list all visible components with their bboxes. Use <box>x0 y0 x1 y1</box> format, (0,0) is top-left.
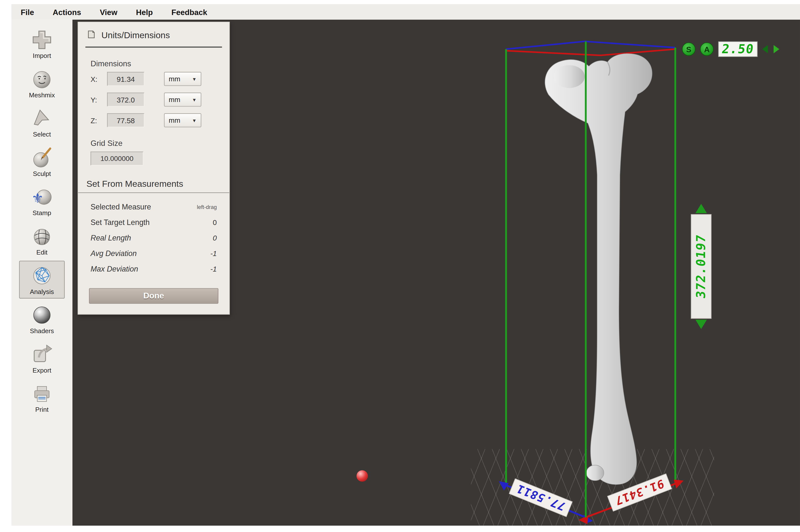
red-arrowhead <box>674 479 684 488</box>
max-deviation-label: Max Deviation <box>91 265 138 273</box>
measure-row-target-length: Set Target Length 0 <box>78 215 229 230</box>
measurements-divider <box>78 192 229 193</box>
sidebar-item-label: Edit <box>36 249 47 256</box>
measure-row-selected: Selected Measure left-drag <box>78 199 229 215</box>
analysis-mesh-icon <box>31 264 53 287</box>
import-plus-icon <box>31 28 53 51</box>
sidebar-item-shaders[interactable]: Shaders <box>19 300 65 338</box>
measure-row-real-length: Real Length 0 <box>78 230 229 246</box>
sidebar-item-edit[interactable]: Edit <box>19 222 65 259</box>
grid-size-label: Grid Size <box>91 139 229 148</box>
meshmix-sphere-icon <box>31 68 53 91</box>
select-arrow-icon <box>31 107 53 130</box>
menu-file[interactable]: File <box>21 7 34 16</box>
print-printer-icon <box>31 382 53 405</box>
panel-title: Units/Dimensions <box>101 30 170 41</box>
shaders-sphere-icon <box>31 304 53 326</box>
set-target-length-label: Set Target Length <box>91 218 150 227</box>
auto-badge-label: A <box>704 45 710 54</box>
dimension-row-z: Z: 77.58 mm ▼ <box>91 113 229 127</box>
svg-text:⚜: ⚜ <box>32 191 44 206</box>
set-target-length-value[interactable]: 0 <box>213 218 217 227</box>
sidebar-item-import[interactable]: Import <box>19 25 65 62</box>
measurements-section-title: Set From Measurements <box>87 179 229 189</box>
selected-measure-value: left-drag <box>197 204 217 210</box>
avg-deviation-label: Avg Deviation <box>91 249 136 258</box>
avg-deviation-value: -1 <box>210 249 217 258</box>
snap-badge-label: S <box>686 45 691 54</box>
increment-arrow-icon[interactable] <box>774 45 779 54</box>
z-value-field[interactable]: 77.58 <box>107 113 145 127</box>
dimension-row-x: X: 91.34 mm ▼ <box>91 72 229 86</box>
units-dimensions-panel: Units/Dimensions Dimensions X: 91.34 mm … <box>78 22 230 315</box>
sidebar-item-stamp[interactable]: ⚜ Stamp <box>19 182 65 220</box>
sidebar-item-print[interactable]: Print <box>19 379 65 416</box>
measure-arrow-down-icon[interactable] <box>696 320 707 329</box>
scale-readout: 2.50 <box>718 41 758 57</box>
stamp-fleur-icon: ⚜ <box>31 186 53 208</box>
sidebar-item-label: Analysis <box>30 288 54 295</box>
sidebar-item-label: Export <box>33 367 51 374</box>
dropdown-arrow-icon: ▼ <box>192 118 197 123</box>
menu-help[interactable]: Help <box>136 7 153 16</box>
sidebar-item-label: Stamp <box>33 209 51 216</box>
bbox-top-red-edge <box>506 49 675 55</box>
sidebar-item-meshmix[interactable]: Meshmix <box>19 64 65 102</box>
measure-row-avg-deviation: Avg Deviation -1 <box>78 246 229 261</box>
height-measure-value: 372.0197 <box>694 233 708 299</box>
app-window: File Actions View Help Feedback Import M… <box>0 0 800 532</box>
height-measure[interactable]: 372.0197 <box>689 204 713 329</box>
dimension-row-y: Y: 372.0 mm ▼ <box>91 93 229 107</box>
menu-view[interactable]: View <box>100 7 117 16</box>
y-label: Y: <box>91 95 107 104</box>
x-value-field[interactable]: 91.34 <box>107 72 145 86</box>
sidebar-item-label: Print <box>35 406 49 413</box>
viewport-3d[interactable]: S A 2.50 372.0197 77.5811 91.3417 <box>73 20 800 526</box>
x-unit-value: mm <box>169 75 180 82</box>
y-value-field[interactable]: 372.0 <box>107 93 145 107</box>
real-length-label: Real Length <box>91 234 131 242</box>
sidebar-item-label: Shaders <box>30 327 54 335</box>
bbox-top-blue-edge <box>506 41 675 49</box>
menu-feedback[interactable]: Feedback <box>172 7 207 16</box>
tool-sidebar: Import Meshmix Select Sculpt ⚜ Stamp <box>11 20 73 526</box>
snap-badge[interactable]: S <box>682 42 696 56</box>
z-unit-value: mm <box>169 116 180 124</box>
edit-wireframe-icon <box>31 225 53 248</box>
bone-model <box>545 54 652 485</box>
y-unit-dropdown[interactable]: mm ▼ <box>164 93 201 107</box>
real-length-value: 0 <box>213 234 217 242</box>
z-label: Z: <box>91 116 107 125</box>
pivot-sphere[interactable] <box>357 470 368 482</box>
selected-measure-label: Selected Measure <box>91 203 151 211</box>
dropdown-arrow-icon: ▼ <box>192 76 197 81</box>
scale-readout-value: 2.50 <box>721 42 755 56</box>
decrement-arrow-icon[interactable] <box>762 45 768 54</box>
done-button[interactable]: Done <box>89 288 218 304</box>
sidebar-item-export[interactable]: Export <box>19 339 65 377</box>
max-deviation-value: -1 <box>210 265 217 273</box>
sidebar-item-analysis[interactable]: Analysis <box>19 261 65 299</box>
sidebar-item-label: Import <box>33 52 51 59</box>
sidebar-item-label: Select <box>33 131 51 138</box>
sidebar-item-label: Sculpt <box>33 170 51 177</box>
menubar: File Actions View Help Feedback <box>11 4 800 20</box>
height-measure-box: 372.0197 <box>691 214 711 319</box>
auto-badge[interactable]: A <box>700 42 714 56</box>
y-unit-value: mm <box>169 96 180 103</box>
header-divider <box>85 46 222 48</box>
sidebar-item-select[interactable]: Select <box>19 103 65 141</box>
z-unit-dropdown[interactable]: mm ▼ <box>164 113 201 127</box>
export-arrow-icon <box>31 343 53 366</box>
dropdown-arrow-icon: ▼ <box>192 97 197 102</box>
measure-arrow-up-icon[interactable] <box>696 204 707 213</box>
x-unit-dropdown[interactable]: mm ▼ <box>164 72 201 86</box>
sidebar-item-sculpt[interactable]: Sculpt <box>19 143 65 180</box>
x-label: X: <box>91 75 107 83</box>
grid-size-field[interactable]: 10.000000 <box>91 152 143 166</box>
view-hud: S A 2.50 <box>682 41 779 57</box>
measure-row-max-deviation: Max Deviation -1 <box>78 261 229 277</box>
dimensions-section-label: Dimensions <box>91 59 229 68</box>
sculpt-brush-icon <box>31 146 53 169</box>
menu-actions[interactable]: Actions <box>53 7 81 16</box>
